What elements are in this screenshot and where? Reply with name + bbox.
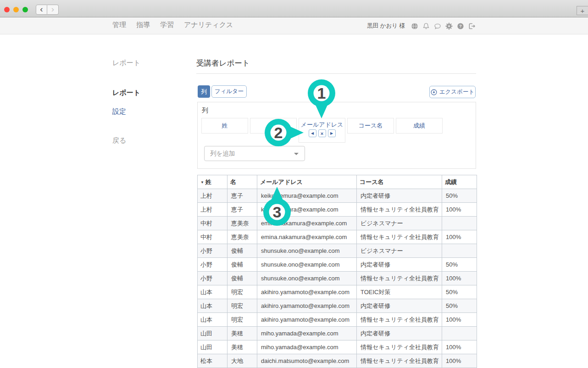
table-cell: 中村 xyxy=(198,230,227,244)
nav-item-analytics[interactable]: アナリティクス xyxy=(184,21,233,28)
col-header-2[interactable]: 名 xyxy=(227,175,257,189)
page-title: 受講者レポート xyxy=(196,58,250,68)
svg-text:2: 2 xyxy=(274,124,283,141)
logout-icon[interactable] xyxy=(468,22,476,30)
table-cell: 100% xyxy=(442,203,477,217)
export-button[interactable]: エクスポート xyxy=(429,86,476,98)
table-cell: daichi.matsumoto@example.com xyxy=(257,354,357,368)
table-cell: 恵子 xyxy=(227,189,257,203)
move-left-button[interactable]: ◀ xyxy=(309,129,316,137)
table-cell: 情報セキュリティ全社員教育 xyxy=(357,313,442,327)
browser-forward-button[interactable]: › xyxy=(47,5,59,15)
col-header-5[interactable]: 成績 xyxy=(442,175,477,189)
svg-text:3: 3 xyxy=(273,203,282,221)
sidebar-section-title: レポート xyxy=(112,59,140,67)
table-cell: 美穂 xyxy=(227,340,257,354)
table-cell xyxy=(442,244,477,258)
table-cell: shunsuke.ono@example.com xyxy=(257,244,357,258)
table-cell: emina.nakamura@example.com xyxy=(257,230,357,244)
column-chip-3[interactable]: メールアドレス◀×▶ xyxy=(299,118,345,143)
sidebar-item-report[interactable]: レポート xyxy=(112,89,140,96)
table-cell: 情報セキュリティ全社員教育 xyxy=(357,340,442,354)
chevron-down-icon xyxy=(294,153,299,155)
table-cell: 大地 xyxy=(227,354,257,368)
table-cell: 中村 xyxy=(198,217,227,230)
table-cell: 50% xyxy=(442,258,477,272)
settings-gear-icon[interactable] xyxy=(445,22,453,30)
table-row: 松本大地daichi.matsumoto@example.com情報セキュリティ… xyxy=(198,354,477,368)
table-cell: TOEIC対策 xyxy=(357,285,442,299)
columns-panel: 列 姓名メールアドレス◀×▶コース名成績 列を追加 xyxy=(197,102,476,169)
column-chip-4[interactable]: コース名 xyxy=(347,118,394,134)
table-cell: 100% xyxy=(442,313,477,327)
nav-item-admin[interactable]: 管理 xyxy=(112,21,126,28)
table-cell: miho.yamada@example.com xyxy=(257,340,357,354)
new-tab-button[interactable]: + xyxy=(577,6,588,15)
browser-back-button[interactable]: ‹ xyxy=(36,5,47,15)
table-cell: 山田 xyxy=(198,340,227,354)
column-chip-1[interactable]: 姓 xyxy=(201,118,248,134)
table-cell: 山本 xyxy=(198,299,227,313)
sort-desc-icon: ▼ xyxy=(200,180,204,184)
export-label: エクスポート xyxy=(439,88,474,96)
window-zoom-button[interactable] xyxy=(22,7,28,12)
table-cell xyxy=(442,217,477,230)
table-cell: 情報セキュリティ全社員教育 xyxy=(357,203,442,217)
notifications-bell-icon[interactable] xyxy=(422,22,430,30)
add-column-placeholder: 列を追加 xyxy=(210,150,235,158)
svg-text:?: ? xyxy=(459,23,462,28)
table-cell: 情報セキュリティ全社員教育 xyxy=(357,272,442,285)
columns-tab-button[interactable]: 列 xyxy=(198,85,210,98)
sidebar-item-settings[interactable]: 設定 xyxy=(112,107,126,115)
filter-tab-button[interactable]: フィルター xyxy=(211,85,247,98)
window-minimize-button[interactable] xyxy=(13,7,19,12)
table-cell: 美穂 xyxy=(227,327,257,340)
table-row: 上村恵子keiko.uemura@example.com内定者研修50% xyxy=(198,189,477,203)
table-cell: 上村 xyxy=(198,203,227,217)
nav-item-learning[interactable]: 学習 xyxy=(160,21,174,28)
table-cell xyxy=(442,327,477,340)
table-cell: 内定者研修 xyxy=(357,258,442,272)
table-row: 小野俊輔shunsuke.ono@example.com情報セキュリティ全社員教… xyxy=(198,272,477,285)
table-cell: 明宏 xyxy=(227,285,257,299)
report-table: ▼姓名メールアドレスコース名成績 上村恵子keiko.uemura@exampl… xyxy=(197,175,477,368)
globe-icon[interactable] xyxy=(411,22,418,30)
callout-marker-1: 1 xyxy=(307,79,336,119)
table-cell: 恵子 xyxy=(227,203,257,217)
window-close-button[interactable] xyxy=(4,7,10,12)
remove-column-button[interactable]: × xyxy=(318,129,326,137)
table-cell: shunsuke.ono@example.com xyxy=(257,272,357,285)
messages-icon[interactable] xyxy=(434,22,441,30)
user-name[interactable]: 黒田 かおり 様 xyxy=(367,22,405,30)
table-cell: 100% xyxy=(442,230,477,244)
add-column-select[interactable]: 列を追加 xyxy=(204,146,305,161)
table-row: 山田美穂miho.yamada@example.com情報セキュリティ全社員教育… xyxy=(198,340,477,354)
table-cell: 松本 xyxy=(198,354,227,368)
table-cell: 恵美奈 xyxy=(227,230,257,244)
table-row: 中村恵美奈emina.nakamura@example.comビジネスマナー xyxy=(198,217,477,230)
table-cell: 小野 xyxy=(198,258,227,272)
table-row: 小野俊輔shunsuke.ono@example.com内定者研修50% xyxy=(198,258,477,272)
table-cell: 100% xyxy=(442,272,477,285)
table-cell: miho.yamada@example.com xyxy=(257,327,357,340)
help-icon[interactable]: ? xyxy=(457,22,464,30)
nav-item-teaching[interactable]: 指導 xyxy=(136,21,150,28)
col-header-1[interactable]: ▼姓 xyxy=(198,175,227,189)
table-cell: ビジネスマナー xyxy=(357,244,442,258)
table-cell: 情報セキュリティ全社員教育 xyxy=(357,354,442,368)
table-cell: akihiro.yamamoto@example.com xyxy=(257,285,357,299)
table-cell: 100% xyxy=(442,354,477,368)
col-header-4[interactable]: コース名 xyxy=(357,175,442,189)
table-cell: 情報セキュリティ全社員教育 xyxy=(357,230,442,244)
table-row: 山田美穂miho.yamada@example.com内定者研修 xyxy=(198,327,477,340)
sidebar-item-back[interactable]: 戻る xyxy=(112,136,126,144)
table-row: 上村恵子keiko.uemura@example.com情報セキュリティ全社員教… xyxy=(198,203,477,217)
move-right-button[interactable]: ▶ xyxy=(328,129,336,137)
table-cell: 50% xyxy=(442,299,477,313)
table-cell: 内定者研修 xyxy=(357,189,442,203)
table-cell: 内定者研修 xyxy=(357,327,442,340)
table-cell: akihiro.yamamoto@example.com xyxy=(257,313,357,327)
table-row: 山本明宏akihiro.yamamoto@example.comTOEIC対策5… xyxy=(198,285,477,299)
column-chip-5[interactable]: 成績 xyxy=(396,118,443,134)
callout-marker-3: 3 xyxy=(262,186,292,226)
